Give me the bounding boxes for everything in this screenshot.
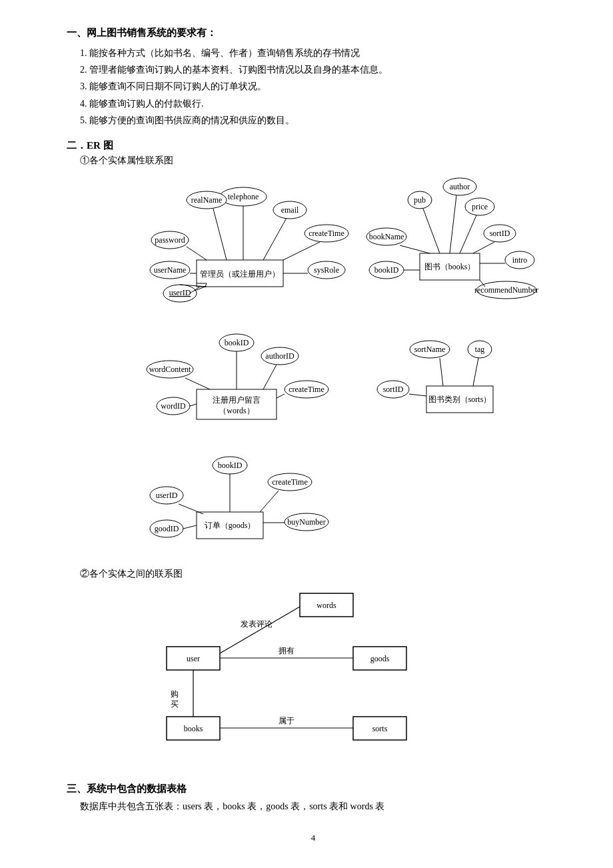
svg-text:订单（goods）: 订单（goods） [205,521,256,530]
svg-text:authorID: authorID [265,351,295,361]
section1-list: 1. 能按各种方式（比如书名、编号、作者）查询销售系统的存书情况 2. 管理者能… [80,45,560,129]
section3: 三、系统中包含的数据表格 数据库中共包含五张表：users 表，books 表，… [67,783,560,813]
svg-text:user: user [187,654,200,663]
list-item-2: 2. 管理者能够查询订购人的基本资料、订购图书情况以及自身的基本信息。 [80,61,560,78]
svg-text:（words）: （words） [219,406,254,415]
svg-line-102 [183,525,197,529]
section2-subtitle: ①各个实体属性联系图 [80,155,560,167]
svg-text:books: books [184,724,203,733]
svg-text:bookName: bookName [369,232,404,241]
svg-line-7 [263,218,287,260]
svg-text:tag: tag [475,345,485,354]
svg-text:realName: realName [191,195,223,205]
svg-text:sortID: sortID [383,385,404,394]
svg-text:发表评论: 发表评论 [241,619,273,629]
svg-line-16 [213,209,227,260]
svg-line-99 [179,504,203,514]
er-diagram-1: 管理员（或注册用户） telephone email createTime sy… [67,173,560,309]
section3-content: 数据库中共包含五张表：users 表，books 表，goods 表，sorts… [80,801,560,813]
svg-text:words: words [316,601,336,610]
er-relation-diagram: words user goods books sorts 发表评论 拥有 购 买 [133,587,613,769]
svg-line-65 [263,365,277,389]
svg-text:userID: userID [156,491,178,500]
list-item-5: 5. 能够方便的查询图书供应商的情况和供应的数目。 [80,112,560,129]
svg-text:sortName: sortName [414,345,446,354]
svg-text:createTime: createTime [289,385,324,394]
svg-line-35 [450,195,456,253]
section2-title: 二．ER 图 [67,139,560,152]
svg-text:图书类别（sorts）: 图书类别（sorts） [428,395,492,404]
er-diagram-2: 注册用户留言 （words） bookID authorID createTim… [67,323,560,432]
svg-line-53 [400,245,430,253]
page-number: 4 [67,833,560,843]
list-item-1: 1. 能按各种方式（比如书名、编号、作者）查询销售系统的存书情况 [80,45,560,61]
svg-text:管理员（或注册用户）: 管理员（或注册用户） [200,269,280,279]
svg-text:author: author [450,182,470,191]
list-item-3: 3. 能够查询不同日期不同订购人的订单状况。 [80,78,560,95]
er-diagram-3: 订单（goods） bookID createTime buyNumber us… [67,445,560,555]
svg-text:createTime: createTime [272,477,308,487]
svg-text:买: 买 [171,699,179,709]
svg-text:bookID: bookID [218,461,243,470]
svg-text:buyNumber: buyNumber [287,517,325,527]
svg-line-44 [473,242,494,253]
section2-subtitle2: ②各个实体之间的联系图 [80,568,560,580]
list-item-4: 4. 能够查询订购人的付款银行. [80,95,560,112]
svg-text:telephone: telephone [228,192,259,201]
svg-line-85 [409,394,426,396]
svg-text:bookID: bookID [225,338,249,347]
svg-text:createTime: createTime [308,229,344,238]
svg-text:wordContent: wordContent [149,365,191,374]
svg-text:recommendNumber: recommendNumber [474,285,538,295]
svg-text:goodID: goodID [155,524,179,533]
svg-text:password: password [155,235,185,245]
svg-text:注册用户留言: 注册用户留言 [213,395,261,405]
svg-line-27 [195,287,205,291]
section1: 一、网上图书销售系统的要求有： 1. 能按各种方式（比如书名、编号、作者）查询销… [67,27,560,129]
svg-line-74 [190,404,197,406]
svg-line-82 [473,358,478,386]
section3-title: 三、系统中包含的数据表格 [67,783,560,795]
svg-text:购: 购 [171,689,179,699]
svg-text:bookID: bookID [374,265,399,275]
svg-text:wordID: wordID [161,401,186,411]
section2: 二．ER 图 ①各个实体属性联系图 管理员（或注册用户） telephone e… [67,139,560,769]
svg-text:sorts: sorts [372,724,388,733]
svg-text:email: email [281,205,299,215]
section1-title: 一、网上图书销售系统的要求有： [67,27,560,39]
svg-text:userID: userID [169,288,191,297]
svg-text:拥有: 拥有 [279,646,295,655]
svg-text:price: price [472,202,488,211]
svg-line-93 [260,491,279,512]
svg-text:userName: userName [154,265,187,275]
svg-text:sortID: sortID [490,229,510,238]
svg-line-79 [440,358,443,386]
svg-text:goods: goods [370,654,390,663]
svg-line-71 [185,378,210,389]
svg-line-41 [460,215,476,253]
svg-line-19 [187,247,207,260]
svg-text:intro: intro [512,255,528,265]
svg-line-10 [283,242,320,260]
svg-line-38 [423,209,440,253]
svg-text:sysRole: sysRole [314,265,339,275]
svg-text:图书（books）: 图书（books） [424,262,476,271]
svg-text:pub: pub [414,195,426,205]
svg-text:属于: 属于 [279,716,295,725]
svg-line-68 [277,394,285,398]
